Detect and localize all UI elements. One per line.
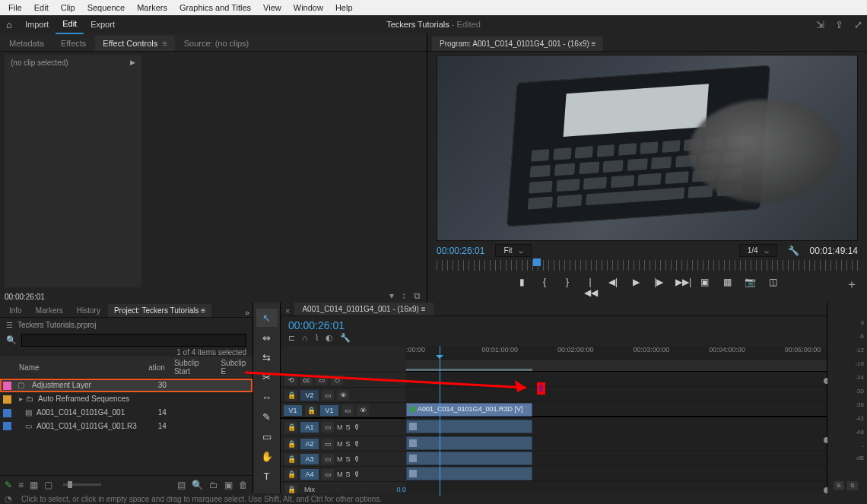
v3-track-header[interactable]: ⟲ cc ▭◇ xyxy=(281,372,406,387)
selection-tool[interactable]: ↖ xyxy=(256,309,278,327)
menu-edit[interactable]: Edit xyxy=(29,2,54,14)
play-icon[interactable]: ▶ xyxy=(630,277,642,298)
new-bin-icon[interactable]: 🗀 xyxy=(209,480,218,490)
project-row-clip[interactable]: ▭A001_C014_0101G4_001.R3 14 xyxy=(0,420,252,433)
filter-icon[interactable]: ▾ xyxy=(389,290,394,301)
project-row-adjustment-layer[interactable]: ▢Adjustment Layer 30 xyxy=(0,379,252,392)
icon-view-icon[interactable]: ▦ xyxy=(30,480,38,490)
step-forward-icon[interactable]: |▶ xyxy=(653,277,665,298)
menu-markers[interactable]: Markers xyxy=(132,2,173,14)
step-back-icon[interactable]: ◀| xyxy=(607,277,619,298)
solo-right[interactable]: S xyxy=(847,481,858,490)
tab-effects[interactable]: Effects xyxy=(53,36,94,51)
overflow-icon[interactable]: » xyxy=(245,308,249,317)
timeline-ruler[interactable]: :00:00 00:01:00:00 00:02:00:00 00:03:00:… xyxy=(406,346,827,372)
tab-project[interactable]: Project: Teckers Tutorials ≡ xyxy=(108,304,211,317)
home-icon[interactable]: ⌂ xyxy=(0,19,18,30)
program-resolution-dropdown[interactable]: 1/4⌵ xyxy=(739,244,777,257)
track-select-tool[interactable]: ⇔ xyxy=(256,328,278,347)
mark-out-icon[interactable]: } xyxy=(561,277,573,298)
audio-clip-a2[interactable] xyxy=(406,436,532,450)
solo-left[interactable]: S xyxy=(834,481,844,490)
timeline-tab[interactable]: A001_C014_0101G4_001 - (16x9) ≡ xyxy=(294,303,433,315)
ws-tab-import[interactable]: Import xyxy=(18,15,56,33)
pen-icon[interactable]: ✎ xyxy=(5,480,12,490)
snap-icon[interactable]: ⧉ xyxy=(414,290,421,301)
menu-window[interactable]: Window xyxy=(288,2,329,14)
mic-icon[interactable]: 🎙 xyxy=(354,423,360,431)
project-breadcrumb[interactable]: Teckers Tutorials.prproj xyxy=(17,321,96,329)
project-row-sequence[interactable]: ▤A001_C014_0101G4_001 14 xyxy=(0,406,252,420)
list-view-icon[interactable]: ≡ xyxy=(18,480,24,490)
extract-icon[interactable]: ▦ xyxy=(721,277,733,298)
program-playhead[interactable] xyxy=(533,258,541,266)
new-item-icon[interactable]: ▣ xyxy=(224,480,233,490)
linked-selection-icon[interactable]: ⌇ xyxy=(315,333,319,343)
panel-menu-icon[interactable]: ≡ xyxy=(162,39,167,48)
sync-lock-icon[interactable]: ⟲ xyxy=(285,375,297,385)
settings-icon[interactable]: 🔧 xyxy=(788,246,799,256)
freeform-view-icon[interactable]: ▢ xyxy=(44,480,52,490)
menu-sequence[interactable]: Sequence xyxy=(82,2,131,14)
audio-clip-a1[interactable] xyxy=(406,420,532,433)
automate-icon[interactable]: ▤ xyxy=(177,480,186,490)
tab-source[interactable]: Source: (no clips) xyxy=(176,36,257,51)
a4-track-header[interactable]: 🔒A4 ▭MS🎙 xyxy=(281,466,406,481)
program-timebar[interactable] xyxy=(437,260,858,271)
timeline-timecode[interactable]: 00:00:26:01 xyxy=(288,319,819,331)
audio-clip-a3[interactable] xyxy=(406,452,532,465)
os-menubar[interactable]: File Edit Clip Sequence Markers Graphics… xyxy=(0,0,867,15)
audio-clip-a4[interactable] xyxy=(406,467,532,480)
program-viewport[interactable] xyxy=(437,55,858,241)
add-marker-icon[interactable]: ▮ xyxy=(516,277,528,298)
lift-icon[interactable]: ▣ xyxy=(698,277,710,298)
tab-effect-controls[interactable]: Effect Controls≡ xyxy=(95,36,174,51)
menu-graphics[interactable]: Graphics and Titles xyxy=(174,2,256,14)
quick-export-icon[interactable]: ⇲ xyxy=(816,19,824,30)
panel-menu-icon[interactable]: ≡ xyxy=(421,305,426,313)
settings-icon[interactable]: 🔧 xyxy=(340,333,351,343)
ws-tab-edit[interactable]: Edit xyxy=(56,14,84,34)
go-to-out-icon[interactable]: ▶▶| xyxy=(675,277,688,298)
sort-icon[interactable]: ↕ xyxy=(402,290,406,301)
tab-history[interactable]: History xyxy=(71,304,106,317)
snap-icon[interactable]: ∩ xyxy=(302,333,308,343)
marker-span-icon[interactable]: ◐ xyxy=(326,333,333,343)
menu-help[interactable]: Help xyxy=(330,2,358,14)
tab-markers[interactable]: Markers xyxy=(30,304,69,317)
video-clip[interactable]: A001_C014_0101G4_001.R3D [V] xyxy=(406,403,532,417)
effect-controls-timecode[interactable]: 00:00:26:01 xyxy=(5,293,45,301)
a2-track-header[interactable]: 🔒A2 ▭MS🎙 xyxy=(281,436,406,451)
razor-tool[interactable]: ✂ xyxy=(256,368,278,386)
close-tab-icon[interactable]: × xyxy=(285,306,290,315)
mark-in-icon[interactable]: { xyxy=(538,277,551,298)
tab-info[interactable]: Info xyxy=(3,304,28,317)
button-editor-icon[interactable]: ＋ xyxy=(846,277,858,293)
find-icon[interactable]: 🔍 xyxy=(192,480,203,490)
rectangle-tool[interactable]: ▭ xyxy=(256,427,278,445)
work-area[interactable] xyxy=(406,369,532,371)
thumbnail-size-slider[interactable] xyxy=(63,483,101,486)
slip-tool[interactable]: ↔ xyxy=(256,388,278,406)
menu-view[interactable]: View xyxy=(258,2,287,14)
lock-icon[interactable]: 🔒 xyxy=(285,390,297,401)
ws-tab-export[interactable]: Export xyxy=(84,15,122,33)
eye-icon[interactable]: 👁 xyxy=(337,390,349,401)
program-tab[interactable]: Program: A001_C014_0101G4_001 - (16x9) ≡ xyxy=(432,36,603,51)
bin-back-icon[interactable]: ☰ xyxy=(6,321,13,329)
comparison-icon[interactable]: ◫ xyxy=(767,277,779,298)
fullscreen-icon[interactable]: ⤢ xyxy=(854,19,862,30)
menu-file[interactable]: File xyxy=(3,2,27,14)
chevron-right-icon[interactable]: ▶ xyxy=(130,59,135,66)
project-list[interactable]: Name ation Subclip Start Subclip E ▢Adju… xyxy=(0,357,252,433)
program-fit-dropdown[interactable]: Fit⌵ xyxy=(495,244,531,257)
panel-menu-icon[interactable]: ≡ xyxy=(201,306,205,315)
project-search-input[interactable] xyxy=(21,334,246,347)
export-frame-icon[interactable]: 📷 xyxy=(744,277,756,298)
nest-icon[interactable]: ⊏ xyxy=(288,333,295,343)
tab-metadata[interactable]: Metadata xyxy=(2,36,52,51)
delete-icon[interactable]: 🗑 xyxy=(239,480,248,490)
hand-tool[interactable]: ✋ xyxy=(256,447,278,465)
caption-icon[interactable]: cc xyxy=(300,375,313,385)
v1-track-header[interactable]: V1 🔒 V1 ▭ 👁 xyxy=(281,402,406,417)
